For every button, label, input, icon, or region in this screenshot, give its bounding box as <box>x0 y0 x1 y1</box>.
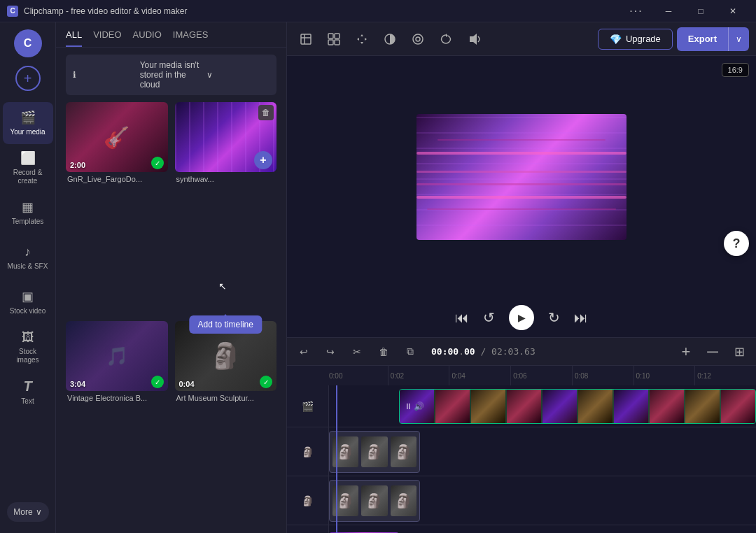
svg-rect-5 <box>328 40 333 45</box>
media-thumbnail[interactable]: 🎸 2:00 ✓ <box>66 102 168 172</box>
table-row: ♪ <box>287 525 756 533</box>
forward-button[interactable]: ↻ <box>548 309 560 326</box>
tab-all[interactable]: ALL <box>66 29 82 47</box>
video-line-4 <box>416 196 626 199</box>
video-frame <box>650 390 684 423</box>
delete-media-button[interactable]: 🗑 <box>258 105 274 120</box>
music-sfx-icon: ♪ <box>24 245 31 260</box>
add-media-button[interactable]: + <box>15 66 41 91</box>
export-button[interactable]: Export <box>677 29 728 49</box>
media-thumbnail[interactable]: 🎵 3:04 ✓ <box>66 321 168 391</box>
upgrade-button[interactable]: 💎 Upgrade <box>598 29 673 50</box>
media-thumbnail[interactable]: 🗑 + <box>175 102 277 172</box>
track-label: 🎬 <box>287 385 329 427</box>
info-icon: ℹ <box>73 70 136 80</box>
sidebar-item-stock-video[interactable]: ▣ Stock video <box>3 281 53 323</box>
filter-icon <box>412 33 424 45</box>
add-to-timeline-button[interactable]: + <box>254 151 272 169</box>
preview-video-background <box>416 114 626 240</box>
track-label: 🗿 <box>287 476 329 525</box>
sidebar-item-templates[interactable]: ▦ Templates <box>3 192 53 234</box>
skip-to-start-button[interactable]: ⏮ <box>455 310 469 326</box>
sidebar-item-label: Text <box>21 397 34 406</box>
video-clip[interactable]: ⏸ 🔊 <box>399 389 756 424</box>
fit-timeline-button[interactable]: ⊞ <box>729 342 749 362</box>
zoom-out-button[interactable]: ─ <box>703 342 722 362</box>
add-track-button[interactable]: + <box>676 342 696 362</box>
sculpture-clip[interactable]: 🗿 🗿 🗿 <box>329 431 420 473</box>
sculpture-clip-2[interactable]: 🗿 🗿 🗿 <box>329 480 420 522</box>
text-icon: T <box>23 378 31 395</box>
transform-button[interactable] <box>350 27 374 51</box>
undo-button[interactable]: ↩ <box>294 342 314 362</box>
track-content[interactable]: ⏸ 🔊 <box>329 385 756 427</box>
cut-button[interactable]: ✂ <box>347 342 367 362</box>
video-frame <box>507 390 541 423</box>
chevron-down-icon: ∨ <box>36 507 42 517</box>
ruler-mark: 0:04 <box>449 366 510 385</box>
sidebar-item-text[interactable]: T Text <box>3 371 53 413</box>
video-frame <box>542 390 577 423</box>
video-frame <box>685 390 720 423</box>
timeline-playhead[interactable] <box>336 385 337 533</box>
tab-images[interactable]: IMAGES <box>173 29 209 47</box>
play-pause-button[interactable]: ▶ <box>509 305 534 330</box>
video-line-1 <box>416 152 626 155</box>
cloud-storage-bar[interactable]: ℹ Your media isn't stored in the cloud ∨ <box>66 55 276 95</box>
filter-button[interactable] <box>406 27 430 51</box>
playback-controls: ⏮ ↺ ▶ ↻ ⏭ <box>287 298 756 337</box>
list-item: 🎵 3:04 ✓ Vintage Electronica B... <box>66 321 168 533</box>
redo-button[interactable]: ↪ <box>321 342 340 362</box>
close-button[interactable]: ✕ <box>717 0 749 22</box>
check-icon: ✓ <box>151 376 164 388</box>
timeline-area: ↩ ↪ ✂ 🗑 ⧉ 00:00.00 / 02:03.63 + ─ ⊞ 0:00 <box>287 337 756 533</box>
sidebar-more-button[interactable]: More ∨ <box>7 502 49 522</box>
track-content[interactable] <box>329 525 756 533</box>
track-content[interactable]: 🗿 🗿 🗿 <box>329 427 756 476</box>
check-icon: ✓ <box>151 157 164 169</box>
maximize-button[interactable]: □ <box>685 0 717 22</box>
media-tabs: ALL VIDEO AUDIO IMAGES <box>56 22 286 48</box>
titlebar-more-btn[interactable]: ··· <box>620 0 652 22</box>
rewind-button[interactable]: ↺ <box>483 309 495 326</box>
trim-button[interactable] <box>322 27 346 51</box>
stock-images-icon: 🖼 <box>22 330 34 345</box>
minimize-button[interactable]: ─ <box>652 0 685 22</box>
sidebar-logo: C <box>14 29 42 57</box>
motion-button[interactable] <box>434 27 458 51</box>
timeline-toolbar: ↩ ↪ ✂ 🗑 ⧉ 00:00.00 / 02:03.63 + ─ ⊞ <box>287 338 756 366</box>
sidebar-item-stock-images[interactable]: 🖼 Stock images <box>3 326 53 368</box>
skip-to-end-button[interactable]: ⏭ <box>574 310 588 326</box>
video-line-6 <box>427 208 616 210</box>
track-content[interactable]: 🗿 🗿 🗿 <box>329 476 756 525</box>
sidebar-item-label: Templates <box>12 218 44 226</box>
export-dropdown-button[interactable]: ∨ <box>728 27 749 51</box>
delete-clip-button[interactable]: 🗑 <box>374 342 393 362</box>
list-item: 🗑 + synthwav... ↖ Add to timeline <box>175 102 277 314</box>
list-item: 🗿 0:04 ✓ Art Museum Sculptur... <box>175 321 277 533</box>
help-button[interactable]: ? <box>724 231 749 256</box>
media-duration: 0:04 <box>179 380 195 388</box>
sidebar-item-your-media[interactable]: 🎬 Your media <box>3 102 53 144</box>
color-button[interactable] <box>378 27 402 51</box>
list-item: 🎸 2:00 ✓ GnR_Live_FargoDo... <box>66 102 168 314</box>
tab-video[interactable]: VIDEO <box>93 29 121 47</box>
sidebar-item-music-sfx[interactable]: ♪ Music & SFX <box>3 236 53 278</box>
crop-icon <box>300 33 312 45</box>
audio-edit-button[interactable] <box>462 27 486 51</box>
motion-icon <box>440 33 452 45</box>
sculpture-track-icon: 🗿 <box>302 446 314 457</box>
video-frame <box>471 390 505 423</box>
sidebar-item-record-create[interactable]: ⬜ Record & create <box>3 147 53 189</box>
stock-video-icon: ▣ <box>22 289 34 304</box>
trim-icon <box>328 33 340 45</box>
media-item-name: synthwav... <box>175 175 277 183</box>
svg-rect-0 <box>301 34 311 44</box>
chevron-down-icon: ∨ <box>206 70 270 80</box>
svg-point-9 <box>416 37 420 41</box>
sculpture-thumb-5: 🗿 <box>361 485 387 516</box>
crop-button[interactable] <box>294 27 318 51</box>
record-create-icon: ⬜ <box>20 150 36 166</box>
copy-button[interactable]: ⧉ <box>400 342 420 362</box>
tab-audio[interactable]: AUDIO <box>133 29 162 47</box>
